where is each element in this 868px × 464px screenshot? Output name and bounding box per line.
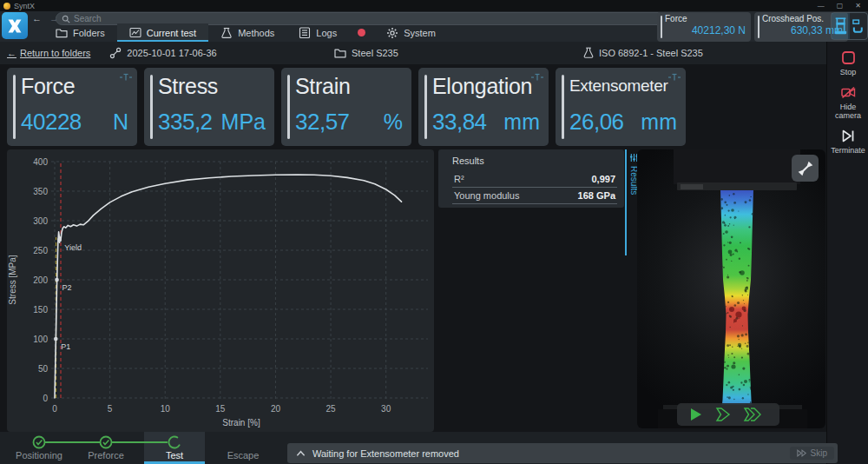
metric-card-force: Force40228N xyxy=(7,68,137,146)
folder-name: Steel S235 xyxy=(352,48,398,58)
step-escape[interactable]: Escape xyxy=(204,448,282,461)
specimen-view-button[interactable] xyxy=(792,155,819,182)
metric-card-elongation: Elongation33,84mm xyxy=(418,68,549,146)
metric-label: Stress xyxy=(158,73,266,99)
link-icon xyxy=(109,47,122,59)
side-button-label: Stop xyxy=(840,68,857,76)
readout-label: Force xyxy=(665,14,746,23)
skip-end-icon xyxy=(841,129,856,143)
machine-frame-button[interactable] xyxy=(832,13,850,39)
tab-system[interactable]: System xyxy=(374,23,448,42)
skip-icon xyxy=(797,449,807,457)
result-row: Young modulus168 GPa xyxy=(452,188,617,204)
specimen-icon xyxy=(796,159,815,178)
status-banner: Waiting for Extensometer removed Skip xyxy=(287,443,838,463)
results-panel: Results R²0,997Young modulus168 GPa xyxy=(438,149,624,208)
current-folder[interactable]: Steel S235 xyxy=(334,48,398,58)
notification-dot xyxy=(358,29,365,36)
metric-unit: mm xyxy=(503,109,540,135)
results-title: Results xyxy=(438,154,624,171)
result-value: 0,997 xyxy=(591,174,615,184)
tare-icon[interactable] xyxy=(120,73,132,82)
metric-unit: N xyxy=(113,109,128,135)
svg-text:350: 350 xyxy=(33,187,48,196)
svg-text:20: 20 xyxy=(271,404,281,414)
tab-current-test[interactable]: Current test xyxy=(117,23,208,42)
metric-card-extensometer: Extensometer26,06mm xyxy=(556,68,686,146)
svg-text:25: 25 xyxy=(326,404,336,414)
info-bar: ← Return to folders 2025-10-01 17-06-36 … xyxy=(0,42,826,64)
flask-icon xyxy=(220,27,233,39)
svg-text:15: 15 xyxy=(215,404,226,414)
tab-methods[interactable]: Methods xyxy=(208,23,286,42)
logo-x-icon xyxy=(4,16,25,36)
chevron-up-icon[interactable] xyxy=(296,450,306,457)
metric-value: 32,57 xyxy=(295,109,350,136)
step-test[interactable]: Test xyxy=(135,448,214,461)
step-preforce[interactable]: Preforce xyxy=(67,448,145,461)
tare-icon[interactable] xyxy=(531,73,543,82)
hide-button[interactable]: Hide camera xyxy=(827,85,868,120)
svg-text:300: 300 xyxy=(33,216,48,226)
banner-message: Waiting for Extensometer removed xyxy=(312,448,459,459)
close-icon[interactable]: ✕ xyxy=(855,0,861,11)
svg-text:Strain [%]: Strain [%] xyxy=(222,418,260,428)
test-frame-icon xyxy=(834,17,847,36)
folder-icon xyxy=(56,27,68,39)
tab-folders[interactable]: Folders xyxy=(43,23,117,42)
svg-text:5: 5 xyxy=(108,404,113,414)
metric-value: 40228 xyxy=(21,109,82,136)
metric-value: 26,06 xyxy=(569,109,624,136)
metric-card-strain: Strain32,57% xyxy=(281,68,411,146)
return-arrow-icon: ← xyxy=(7,48,16,58)
back-arrow-icon[interactable]: ← xyxy=(32,13,42,23)
side-button-label: Hide camera xyxy=(835,103,861,120)
device-status-box xyxy=(831,12,868,40)
metric-unit: % xyxy=(384,109,403,135)
return-link-label: Return to folders xyxy=(20,48,90,58)
result-label: R² xyxy=(454,174,464,184)
window-titlebar: SyntX — ▢ ✕ xyxy=(0,0,868,11)
specimen-image xyxy=(637,149,825,428)
action-sidebar: StopHide cameraTerminate xyxy=(826,42,868,464)
svg-text:400: 400 xyxy=(33,157,48,167)
live-readouts: Force40212,30 NCrosshead Pos.630,33 mm xyxy=(657,12,848,42)
metric-label: Force xyxy=(21,73,128,99)
method-name: ISO 6892-1 - Steel S235 xyxy=(599,48,703,58)
terminate-button[interactable]: Terminate xyxy=(827,129,868,155)
stop-button[interactable]: Stop xyxy=(827,50,868,76)
readout-force: Force40212,30 N xyxy=(657,12,751,42)
tare-icon[interactable] xyxy=(668,73,681,82)
svg-text:50: 50 xyxy=(38,364,49,374)
tab-logs[interactable]: Logs xyxy=(286,23,349,42)
logs-icon xyxy=(299,27,311,39)
metric-label: Strain xyxy=(295,73,403,99)
folder-icon xyxy=(334,48,346,58)
stop-icon xyxy=(841,50,856,65)
metric-cards-row: Force40228NStress335,2MPaStrain32,57%Elo… xyxy=(7,68,686,146)
flask-icon xyxy=(583,47,594,59)
metric-value: 335,2 xyxy=(158,109,213,136)
result-label: Young modulus xyxy=(454,190,519,201)
svg-text:150: 150 xyxy=(33,305,48,315)
svg-text:P1: P1 xyxy=(61,342,70,351)
result-row: R²0,997 xyxy=(452,171,617,188)
svg-text:200: 200 xyxy=(33,275,48,285)
side-button-label: Terminate xyxy=(831,146,865,155)
app-logo xyxy=(2,12,28,39)
stress-strain-chart: 050100150200250300350400051015202530Stre… xyxy=(7,149,434,432)
svg-text:Stress [MPa]: Stress [MPa] xyxy=(8,255,17,304)
grip-status-button[interactable] xyxy=(850,13,868,39)
return-to-folders-link[interactable]: ← Return to folders xyxy=(7,48,90,58)
metric-label: Extensometer xyxy=(569,73,677,99)
minimize-icon[interactable]: — xyxy=(818,0,825,11)
svg-text:30: 30 xyxy=(381,404,391,414)
restore-icon[interactable]: ▢ xyxy=(837,0,844,11)
skip-button[interactable]: Skip xyxy=(790,447,834,460)
tab-bar: FoldersCurrent testMethodsLogsSystem xyxy=(43,23,448,42)
camera-view xyxy=(637,149,825,428)
svg-text:250: 250 xyxy=(33,246,48,255)
camera-off-icon xyxy=(841,85,856,100)
grip-icon xyxy=(852,19,864,34)
window-title: SyntX xyxy=(14,2,35,10)
